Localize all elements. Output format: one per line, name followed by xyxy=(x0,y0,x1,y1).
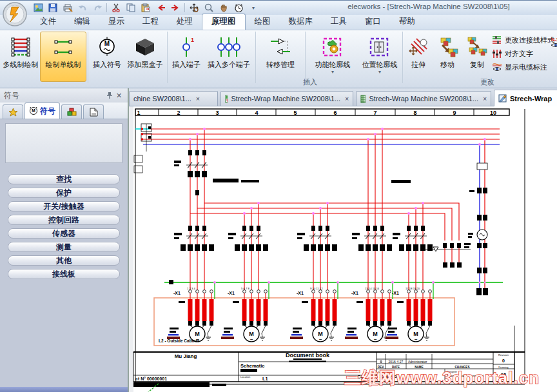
category-sensor[interactable]: 传感器 xyxy=(8,228,120,239)
ribbon-separator xyxy=(167,32,168,83)
category-find[interactable]: 查找 xyxy=(8,174,120,184)
toolbar-separator xyxy=(106,3,107,12)
app-logo-button[interactable] xyxy=(2,1,28,27)
print-icon[interactable] xyxy=(62,3,73,14)
insert-symbol-button[interactable]: M 插入符号 xyxy=(90,32,124,82)
pin-icon[interactable] xyxy=(104,91,114,101)
multi-terminal-icon xyxy=(216,34,242,60)
redo-icon[interactable] xyxy=(92,3,103,14)
category-other[interactable]: 其他 xyxy=(8,255,120,266)
close-tab-icon[interactable]: × xyxy=(345,95,349,103)
app-window: elecworks - [Strech-Wrap Machine SW2008\… xyxy=(0,0,557,392)
multiline-icon xyxy=(10,34,32,60)
star-icon xyxy=(8,108,18,117)
svg-text:1: 1 xyxy=(191,37,194,43)
forward-icon[interactable] xyxy=(170,3,181,14)
menu-project[interactable]: 工程 xyxy=(133,14,168,30)
svg-text:Revision: Revision xyxy=(498,353,509,357)
category-measure[interactable]: 测量 xyxy=(8,242,120,252)
wire-style-icon xyxy=(492,35,502,45)
svg-text:L1: L1 xyxy=(262,376,268,382)
svg-text:-X1: -X1 xyxy=(392,291,399,295)
symbol-categories: 查找 保护 开关/接触器 控制回路 传感器 测量 其他 接线板 xyxy=(0,167,128,279)
back-icon[interactable] xyxy=(155,3,166,14)
zoom-icon[interactable] xyxy=(203,3,215,14)
menu-schematic[interactable]: 原理图 xyxy=(202,14,246,30)
location-outline-icon xyxy=(367,34,392,60)
clipped-ribbon-button[interactable]: N-1 xyxy=(550,36,557,75)
close-panel-icon[interactable]: ✕ xyxy=(114,91,124,101)
category-switch-contactor[interactable]: 开关/接触器 xyxy=(8,201,120,211)
svg-text:1 2 3 4: 1 2 3 4 xyxy=(187,287,195,290)
ribbon-separator xyxy=(305,32,306,83)
menu-process[interactable]: 处理 xyxy=(168,14,202,30)
svg-text:9 10 11 12: 9 10 11 12 xyxy=(310,287,323,290)
svg-text:2: 2 xyxy=(177,110,180,116)
copy-icon[interactable] xyxy=(125,3,137,14)
dropdown-arrow-icon[interactable]: ▾ xyxy=(378,70,381,75)
undo-icon[interactable] xyxy=(77,3,88,14)
document-tab-bar: chine SW2008\1... × Strech-Wrap Machine … xyxy=(129,88,557,106)
transfer-manage-button[interactable]: 转移管理 xyxy=(257,32,304,82)
svg-text:N-1: N-1 xyxy=(551,37,557,42)
category-protection[interactable]: 保护 xyxy=(8,188,120,198)
tab-symbols[interactable]: M 符号 xyxy=(24,103,60,119)
pan-zoom-icon[interactable] xyxy=(188,3,200,14)
image-icon[interactable] xyxy=(32,3,44,14)
cut-icon[interactable] xyxy=(110,3,122,14)
change-wire-style-button[interactable]: 更改连接线样式 xyxy=(492,35,557,46)
tab-favorites[interactable] xyxy=(3,104,23,119)
close-tab-icon[interactable]: × xyxy=(483,95,487,103)
svg-text:4: 4 xyxy=(255,110,258,116)
tab-document[interactable] xyxy=(83,104,104,119)
menu-edit[interactable]: 编辑 xyxy=(65,14,99,30)
stretch-button[interactable]: 拉伸 xyxy=(404,32,433,82)
function-outline-icon xyxy=(320,34,345,60)
doc-tab-4-active[interactable]: Strech-Wrap xyxy=(494,90,557,106)
category-control-circuit[interactable]: 控制回路 xyxy=(8,215,120,225)
close-tab-icon[interactable]: × xyxy=(196,95,200,103)
multiline-draw-button[interactable]: 多线制绘制 xyxy=(1,32,40,82)
doc-tab-2[interactable]: Strech-Wrap Machine SW2008\1... × xyxy=(220,91,353,106)
menu-view[interactable]: 显示 xyxy=(99,14,133,30)
svg-text:5 6 7 8: 5 6 7 8 xyxy=(241,287,249,290)
align-text-icon xyxy=(492,49,502,59)
schematic-doc-icon xyxy=(225,95,228,103)
menu-file[interactable]: 文件 xyxy=(31,14,65,30)
symbol-panel-header: 符号 ✕ xyxy=(0,88,128,103)
doc-tab-1[interactable]: chine SW2008\1... × xyxy=(129,91,218,106)
schematic-canvas[interactable]: 1 2 3 4 5 6 7 8 9 10 xyxy=(129,106,557,392)
doc-tab-3[interactable]: Strech-Wrap Machine SW2008\1... × xyxy=(356,91,491,106)
hand-icon[interactable] xyxy=(218,3,230,14)
move-button[interactable]: 移动 xyxy=(433,32,462,82)
menu-tools[interactable]: 工具 xyxy=(322,14,356,30)
dropdown-arrow-icon[interactable]: ▾ xyxy=(331,70,334,75)
show-cable-mark-button[interactable]: 显示电缆标注 xyxy=(492,62,557,73)
category-terminal-strip[interactable]: 接线板 xyxy=(8,269,120,279)
motor-symbol-icon: M xyxy=(96,34,118,60)
svg-text:1: 1 xyxy=(137,110,140,116)
tab-components[interactable] xyxy=(61,104,82,119)
table-doc-icon xyxy=(360,95,366,103)
paste-icon[interactable] xyxy=(140,3,151,14)
insert-multi-terminal-button[interactable]: 插入多个端子 xyxy=(204,32,254,82)
location-outline-button[interactable]: 位置轮廓线 ▾ xyxy=(358,32,401,82)
menu-window[interactable]: 窗口 xyxy=(356,14,390,30)
insert-terminal-button[interactable]: 1 插入端子 xyxy=(169,32,204,82)
add-blackbox-button[interactable]: 添加黑盒子 xyxy=(124,32,166,82)
menu-database[interactable]: 数据库 xyxy=(280,14,322,30)
more-toolbar-icon[interactable]: ▾ xyxy=(248,3,259,14)
singleline-draw-button[interactable]: 绘制单线制 xyxy=(40,32,86,82)
svg-text:3: 3 xyxy=(215,110,219,116)
menu-help[interactable]: 帮助 xyxy=(390,14,424,30)
function-outline-button[interactable]: 功能轮廓线 ▾ xyxy=(307,32,358,82)
save-icon[interactable] xyxy=(47,3,59,14)
align-text-button[interactable]: 对齐文字 xyxy=(492,48,557,59)
menu-draw[interactable]: 绘图 xyxy=(246,14,280,30)
copy-button[interactable]: 复制 xyxy=(462,32,492,82)
svg-text:Mu Jiang: Mu Jiang xyxy=(175,353,197,359)
svg-text:2016-4-27: 2016-4-27 xyxy=(389,360,404,364)
svg-text:~: ~ xyxy=(374,337,377,342)
watermark: 三维网www.3dportal.cn xyxy=(344,368,540,387)
timer-icon[interactable] xyxy=(233,3,244,14)
